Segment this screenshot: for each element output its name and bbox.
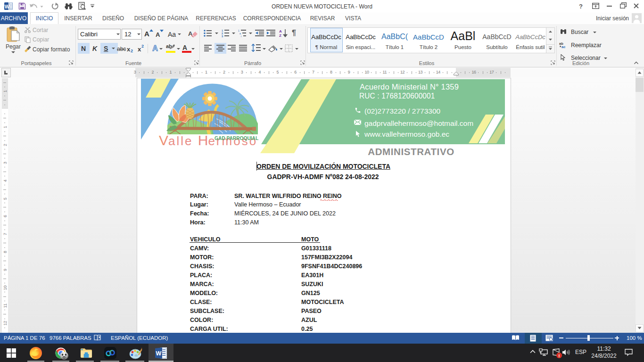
svg-text:i: i: [241, 35, 241, 37]
svg-text:A: A: [279, 29, 282, 33]
svg-text:W: W: [156, 350, 162, 357]
svg-text:3: 3: [222, 35, 223, 37]
svg-text:Z: Z: [279, 33, 281, 37]
svg-text:ac: ac: [561, 45, 565, 49]
svg-text:A: A: [152, 44, 158, 52]
svg-text:W: W: [5, 4, 10, 9]
